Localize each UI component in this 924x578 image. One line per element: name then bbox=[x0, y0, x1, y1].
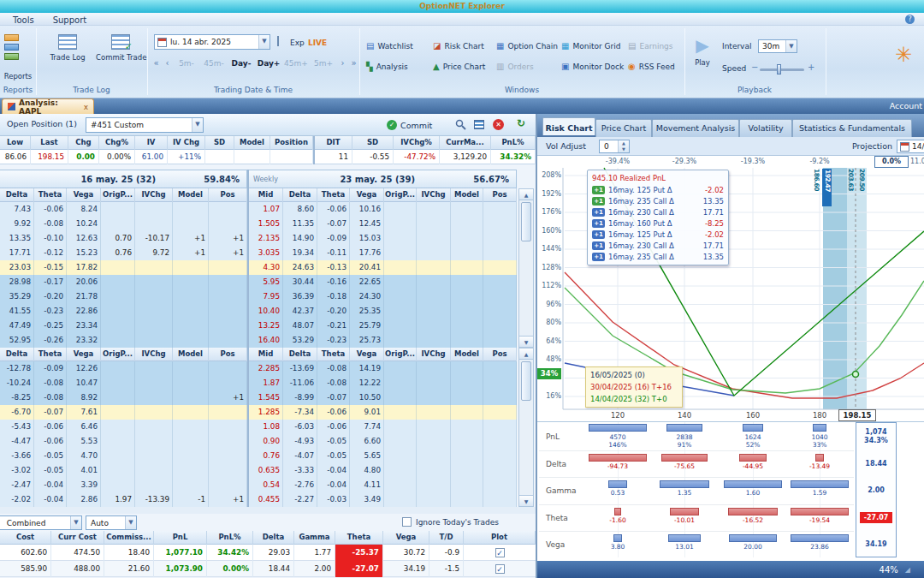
option-row-puts-left[interactable]: -8.25-0.088.92+1 bbox=[0, 390, 247, 405]
nav-last[interactable]: » bbox=[348, 57, 359, 70]
window-button-price-chart[interactable]: ▲Price Chart bbox=[429, 58, 489, 75]
scrollbar-calls[interactable]: ▲▼ bbox=[518, 188, 534, 348]
option-row-calls-left[interactable]: 47.49-0.2523.34 bbox=[0, 319, 247, 333]
option-row-calls-left[interactable]: 28.98-0.1720.06 bbox=[0, 275, 247, 289]
window-button-rss-feed[interactable]: ◉RSS Feed bbox=[625, 58, 678, 75]
totals-row[interactable]: 585.90488.0021.601,073.900.00%18.442.00-… bbox=[0, 561, 536, 577]
projection-date-picker[interactable]: 14/04/2025 bbox=[897, 140, 924, 153]
auto-select[interactable]: Auto ▼ bbox=[86, 515, 137, 530]
help-icon[interactable]: ? bbox=[905, 15, 915, 24]
tab-price-chart[interactable]: Price Chart bbox=[595, 119, 652, 137]
option-row-puts-right[interactable]: 0.76-4.07-0.055.65 bbox=[249, 449, 517, 463]
window-button-analysis[interactable]: ▚Analysis bbox=[363, 58, 412, 75]
option-row-puts-left[interactable]: -2.47-0.043.39 bbox=[0, 478, 247, 492]
menu-item-tools[interactable]: Tools bbox=[3, 14, 44, 25]
tab-movement-analysis[interactable]: Movement Analysis bbox=[652, 119, 739, 137]
option-row-puts-left[interactable]: -12.78-0.0912.26 bbox=[0, 361, 247, 376]
option-row-puts-left[interactable]: -6.70-0.077.61 bbox=[0, 405, 247, 420]
scroll-up-icon[interactable]: ▲ bbox=[519, 189, 533, 200]
option-row-puts-left[interactable]: -10.24-0.0810.47 bbox=[0, 376, 247, 390]
option-row-puts-right[interactable]: 0.635-3.33-0.044.80 bbox=[249, 463, 517, 478]
option-row-puts-right[interactable]: 2.285-13.69-0.0814.19 bbox=[249, 361, 517, 376]
plot-checkbox[interactable]: ✓ bbox=[495, 564, 505, 574]
option-row-puts-left[interactable]: -2.02-0.042.861.97-13.39-1+1 bbox=[0, 492, 247, 507]
option-row-calls-left[interactable]: 13.35-0.1012.630.70-10.17+1+1 bbox=[0, 231, 247, 246]
option-row-puts-left[interactable]: -3.66-0.054.70 bbox=[0, 449, 247, 463]
totals-row[interactable]: 602.60474.5018.401,077.1034.42%29.031.77… bbox=[0, 545, 536, 561]
option-row-puts-right[interactable]: 1.285-7.34-0.069.01 bbox=[249, 405, 517, 420]
option-row-puts-right[interactable]: 1.87-11.06-0.0812.22 bbox=[249, 376, 517, 390]
window-button-risk-chart[interactable]: ◪Risk Chart bbox=[429, 38, 488, 55]
scroll-thumb[interactable] bbox=[521, 361, 531, 401]
option-row-calls-left[interactable]: 41.55-0.2322.86 bbox=[0, 304, 247, 319]
nav-45m-[interactable]: 45m- bbox=[200, 57, 228, 70]
scroll-down-icon[interactable]: ▼ bbox=[519, 495, 533, 506]
expiry-header-23may[interactable]: Weekly 23 may. 25 (39) 56.67% bbox=[249, 170, 517, 188]
option-row-calls-left[interactable]: 35.29-0.2021.78 bbox=[0, 289, 247, 304]
option-row-calls-left[interactable]: 7.43-0.068.24 bbox=[0, 202, 247, 217]
option-row-calls-right[interactable]: 5.9530.44-0.1622.65 bbox=[249, 275, 517, 289]
plot-mode-select[interactable]: Combined ▼ bbox=[0, 515, 82, 530]
button-commit-trade[interactable]: ✓Commit Trade bbox=[96, 33, 145, 80]
ignore-trades-checkbox[interactable] bbox=[402, 517, 412, 527]
resize-grip-icon[interactable]: ◢ bbox=[905, 566, 910, 574]
position-selector[interactable]: #451 Custom ▼ bbox=[86, 117, 204, 133]
option-row-calls-left[interactable]: 17.71-0.1215.230.769.72+1+1 bbox=[0, 246, 247, 260]
speed-plus[interactable]: + bbox=[808, 63, 814, 72]
nav-5m+[interactable]: 5m+ bbox=[310, 57, 337, 70]
nav-prev[interactable]: ‹ bbox=[162, 57, 173, 70]
nav-day-[interactable]: Day- bbox=[228, 57, 255, 70]
option-row-puts-left[interactable]: -4.47-0.065.53 bbox=[0, 434, 247, 449]
scrollbar-puts[interactable]: ▲▼ bbox=[518, 348, 534, 507]
play-button[interactable]: ▶ Play bbox=[690, 33, 715, 77]
nav-45m+[interactable]: 45m+ bbox=[282, 57, 310, 70]
scroll-down-icon[interactable]: ▼ bbox=[519, 336, 533, 347]
button-trade-log[interactable]: Trade Log bbox=[43, 33, 92, 80]
scroll-thumb[interactable] bbox=[521, 202, 531, 241]
expiry-header-16may[interactable]: 16 may. 25 (32) 59.84% bbox=[0, 170, 247, 188]
zoom-icon[interactable] bbox=[455, 119, 466, 132]
option-row-calls-right[interactable]: 13.2548.07-0.2125.79 bbox=[249, 319, 517, 333]
option-row-calls-left[interactable]: 9.92-0.0810.24 bbox=[0, 217, 247, 231]
window-button-monitor-grid[interactable]: ▦Monitor Grid bbox=[558, 38, 624, 55]
tab-risk-chart[interactable]: Risk Chart bbox=[542, 117, 595, 135]
option-row-puts-right[interactable]: 1.08-6.03-0.067.74 bbox=[249, 420, 517, 434]
option-row-calls-left[interactable]: 23.03-0.1517.82 bbox=[0, 260, 247, 275]
nav-day+[interactable]: Day+ bbox=[255, 57, 282, 70]
scroll-up-icon[interactable]: ▲ bbox=[519, 349, 533, 360]
option-row-calls-right[interactable]: 1.50511.35-0.0712.45 bbox=[249, 217, 517, 231]
tab-analysis-aapl[interactable]: Analysis: AAPL x bbox=[2, 98, 94, 114]
refresh-icon[interactable]: ↻ bbox=[517, 117, 525, 129]
speed-minus[interactable]: − bbox=[751, 63, 758, 72]
speed-slider-thumb[interactable] bbox=[777, 64, 781, 74]
option-row-puts-left[interactable]: -5.43-0.066.46 bbox=[0, 420, 247, 434]
option-row-puts-right[interactable]: 0.54-2.76-0.044.11 bbox=[249, 478, 517, 492]
tab-volatility[interactable]: Volatility bbox=[739, 119, 792, 137]
interval-select[interactable]: 30m ▼ bbox=[758, 39, 797, 53]
plot-checkbox[interactable]: ✓ bbox=[495, 548, 505, 557]
menu-item-support[interactable]: Support bbox=[44, 14, 97, 25]
option-row-calls-left[interactable]: 52.95-0.2623.32 bbox=[0, 333, 247, 348]
option-row-puts-right[interactable]: 0.90-4.93-0.056.60 bbox=[249, 434, 517, 449]
reports-icon[interactable] bbox=[4, 34, 19, 60]
window-button-monitor-dock[interactable]: ▣Monitor Dock bbox=[558, 58, 627, 75]
zero-pct-box[interactable]: 0.0% bbox=[874, 156, 909, 168]
option-row-calls-right[interactable]: 2.13514.90-0.0915.03 bbox=[249, 231, 517, 246]
option-row-puts-right[interactable]: 0.455-2.27-0.033.49 bbox=[249, 492, 517, 507]
account-label[interactable]: Account bbox=[873, 101, 922, 110]
nav-next[interactable]: › bbox=[337, 57, 348, 70]
nav-5m-[interactable]: 5m- bbox=[173, 57, 200, 70]
speed-slider-track[interactable] bbox=[760, 69, 804, 71]
option-row-puts-right[interactable]: 1.545-8.99-0.0710.50 bbox=[249, 390, 517, 405]
option-row-calls-right[interactable]: 3.03519.34-0.1117.76 bbox=[249, 246, 517, 260]
tab-statistics-fundamentals[interactable]: Statistics & Fundamentals bbox=[792, 119, 912, 137]
option-row-calls-right[interactable]: 7.9536.39-0.1824.30 bbox=[249, 289, 517, 304]
nav-first[interactable]: « bbox=[151, 57, 162, 70]
trade-date-picker[interactable]: lu. 14 abr. 2025 ▼ bbox=[154, 34, 270, 50]
option-row-calls-right[interactable]: 1.078.60-0.0610.16 bbox=[249, 202, 517, 217]
tab-close-icon[interactable]: x bbox=[84, 103, 88, 111]
option-row-puts-left[interactable]: -3.02-0.054.01 bbox=[0, 463, 247, 478]
option-row-calls-right[interactable]: 10.4042.37-0.2025.35 bbox=[249, 304, 517, 319]
window-button-watchlist[interactable]: ▤Watchlist bbox=[363, 38, 417, 55]
window-button-option-chain[interactable]: ▦Option Chain bbox=[493, 38, 561, 55]
